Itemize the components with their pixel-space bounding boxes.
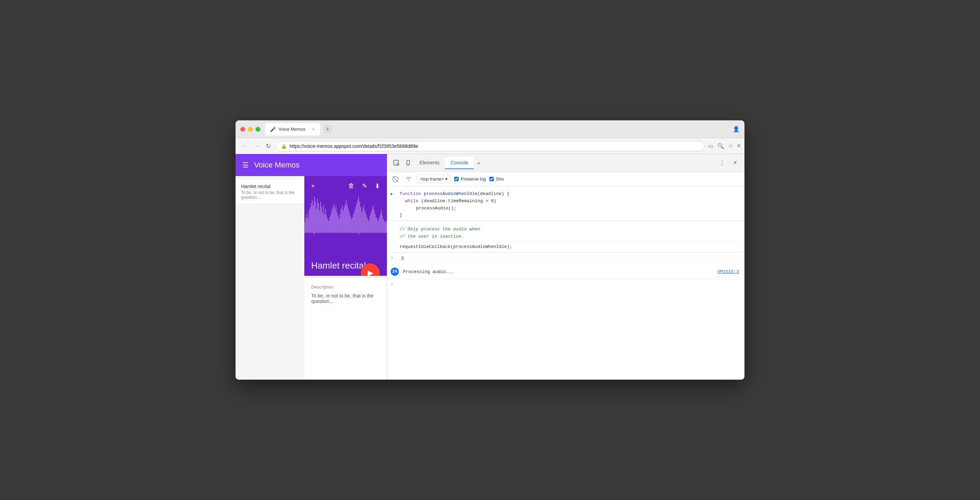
maximize-button[interactable] [256, 127, 260, 132]
card-edit-button[interactable]: ✎ [361, 181, 369, 191]
svg-rect-147 [374, 216, 374, 226]
card-delete-button[interactable]: 🗑 [347, 181, 356, 191]
forward-button[interactable]: → [252, 141, 261, 151]
console-log-line: 24 Processing audio... VM1515:3 [387, 266, 745, 278]
card-title: Hamlet recital [311, 260, 366, 271]
svg-rect-126 [352, 219, 353, 226]
svg-rect-158 [385, 223, 386, 226]
console-output[interactable]: ▶ function processAudioWhenIdle(deadline… [387, 186, 745, 380]
tab-close-button[interactable]: × [312, 126, 315, 132]
svg-rect-108 [334, 212, 334, 226]
refresh-button[interactable]: ↻ [264, 141, 272, 151]
tab-console[interactable]: Console [445, 157, 474, 169]
card-close-button[interactable]: × [310, 181, 317, 191]
console-prompt-arrow: › [391, 282, 393, 287]
svg-rect-135 [361, 216, 362, 226]
app-body: Hamlet recital To be, or not to be, that… [235, 176, 387, 380]
svg-rect-134 [360, 213, 361, 226]
detail-card: × 🗑 ✎ ⬇ [304, 176, 387, 276]
svg-rect-156 [383, 220, 384, 226]
svg-rect-119 [345, 212, 345, 226]
app-header: ☰ Voice Memos [235, 154, 387, 176]
inspect-element-button[interactable] [391, 157, 402, 169]
svg-rect-99 [324, 219, 325, 226]
window-controls [240, 127, 260, 132]
code-plain-3: timeRemaining [448, 198, 483, 204]
card-download-button[interactable]: ⬇ [374, 181, 381, 191]
tab-more-button[interactable]: » [474, 158, 484, 168]
svg-rect-146 [373, 213, 374, 226]
svg-rect-109 [334, 215, 335, 226]
bookmark-icon[interactable]: ☆ [728, 143, 733, 149]
back-button[interactable]: ← [240, 141, 248, 151]
svg-rect-87 [312, 210, 313, 226]
svg-rect-105 [331, 216, 331, 226]
preserve-log-text: Preserve log [461, 177, 486, 182]
waveform-container [304, 190, 387, 259]
svg-rect-113 [339, 220, 339, 226]
memo-list-title: Hamlet recital [241, 184, 299, 189]
code-funcname: processAudioWhenIdle [424, 191, 477, 196]
console-input-cursor[interactable]: | [398, 282, 400, 287]
console-comment-block: // Only process the audio when // the us… [387, 221, 745, 242]
cast-icon[interactable]: ▭ [708, 143, 713, 149]
active-tab[interactable]: 🎤 Voice Memos × [265, 123, 320, 135]
svg-rect-111 [337, 216, 337, 226]
show-all-checkbox[interactable] [489, 177, 494, 181]
hamburger-icon[interactable]: ☰ [242, 161, 248, 169]
result-value: 3 [401, 256, 404, 261]
preserve-log-checkbox[interactable] [454, 177, 459, 181]
svg-rect-124 [350, 218, 351, 226]
show-all-checkbox-label[interactable]: Sho [489, 177, 504, 182]
svg-rect-138 [364, 216, 365, 226]
svg-rect-82 [307, 217, 307, 226]
clear-console-button[interactable] [391, 174, 400, 184]
svg-rect-80 [305, 221, 305, 226]
tab-favicon: 🎤 [270, 127, 276, 132]
search-icon[interactable]: 🔍 [717, 143, 724, 149]
address-bar: ← → ↻ 🔒 https://voice-memos.appspot.com/… [235, 138, 745, 154]
svg-rect-132 [358, 207, 359, 226]
top-frame-selector[interactable]: <top frame> ▾ [417, 175, 451, 183]
detail-panel: × 🗑 ✎ ⬇ [304, 176, 387, 380]
address-right-icons: ▭ 🔍 ☆ ≡ [708, 143, 740, 149]
console-input-line: › | [387, 280, 745, 289]
svg-rect-122 [348, 215, 349, 226]
detail-body: Description To be, or not to be, that is… [304, 277, 387, 380]
expand-arrow[interactable]: ▶ [391, 191, 393, 197]
svg-rect-84 [309, 216, 309, 226]
devtools-tabs: Elements Console » [414, 157, 716, 169]
svg-rect-117 [343, 216, 344, 226]
secure-icon: 🔒 [281, 143, 287, 149]
svg-rect-140 [367, 219, 367, 226]
devtools-toolbar: Elements Console » ⋮ × [387, 154, 745, 172]
svg-rect-141 [368, 220, 368, 226]
preserve-log-checkbox-label[interactable]: Preserve log [454, 177, 486, 182]
svg-rect-130 [356, 212, 357, 226]
memo-list-item[interactable]: Hamlet recital To be, or not to be, that… [235, 180, 304, 204]
url-text: https://voice-memos.appspot.com/details/… [290, 143, 418, 149]
url-bar[interactable]: 🔒 https://voice-memos.appspot.com/detail… [276, 141, 705, 151]
memo-list-desc: To be, or not to be, that is the questio… [241, 190, 299, 200]
result-arrow: ◂ [391, 255, 393, 261]
svg-rect-106 [331, 215, 332, 226]
devtools-close-button[interactable]: × [729, 157, 741, 169]
svg-rect-97 [322, 217, 323, 226]
tab-elements[interactable]: Elements [414, 157, 445, 169]
user-icon: 👤 [733, 126, 740, 132]
log-source-link[interactable]: VM1515:3 [718, 269, 739, 274]
sidebar: Hamlet recital To be, or not to be, that… [235, 176, 304, 380]
main-content: ☰ Voice Memos Hamlet recital To be, or n… [235, 154, 745, 380]
filter-button[interactable] [404, 174, 413, 184]
code-comment-2: // the user is inactive. [399, 234, 464, 239]
mobile-view-button[interactable] [402, 157, 414, 169]
close-button[interactable] [240, 127, 245, 132]
svg-rect-142 [369, 221, 369, 226]
svg-rect-159 [386, 221, 387, 226]
menu-icon[interactable]: ≡ [737, 143, 740, 149]
new-tab-button[interactable]: + [323, 124, 332, 134]
devtools-more-button[interactable]: ⋮ [716, 157, 728, 169]
minimize-button[interactable] [248, 127, 253, 132]
code-plain-6: processAudio(); [416, 205, 456, 211]
svg-rect-91 [316, 215, 317, 226]
